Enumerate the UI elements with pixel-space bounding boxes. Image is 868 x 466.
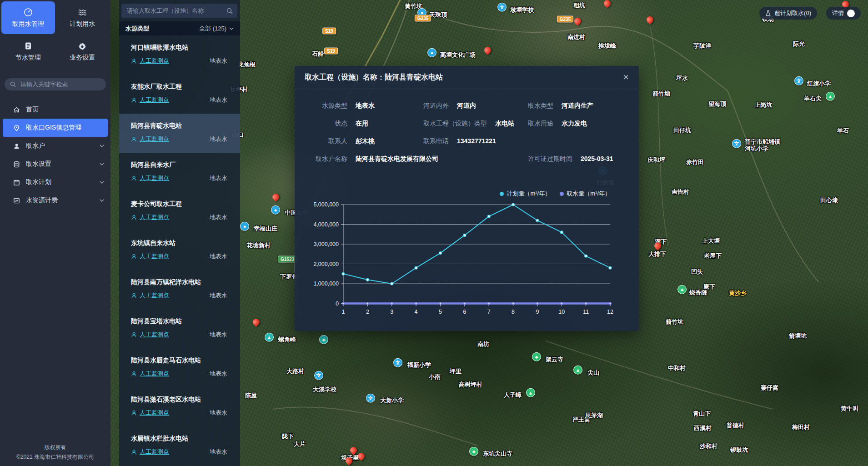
app-tile[interactable]: 业务设置: [56, 35, 110, 68]
field-row: 水源类型 地表水 河道内外 河道内 取水类型 河道内生产: [313, 102, 621, 120]
monitor-link[interactable]: 人工监测点: [131, 331, 169, 339]
station-list-item[interactable]: 陆河县青碇水电站 人工监测点 地表水: [119, 114, 240, 153]
map-pin-red[interactable]: [358, 453, 365, 460]
gauge-icon: [24, 8, 33, 17]
map-pin-red[interactable]: [346, 457, 353, 465]
filter-dropdown[interactable]: 全部 (125): [199, 25, 234, 33]
map-label: 花塘新村: [247, 242, 271, 249]
app-tile[interactable]: 计划用水: [56, 1, 110, 34]
sidebar-menu-item[interactable]: 取水口GIS信息管理: [3, 119, 108, 137]
map-pin-red[interactable]: [604, 0, 611, 7]
person-icon: [131, 254, 137, 260]
field-value: 彭木桃: [356, 137, 375, 145]
station-list-item[interactable]: 东坑镇自来水站 人工监测点 地表水: [119, 231, 240, 270]
map-pin-mtn[interactable]: ▲: [526, 388, 535, 400]
map-pin-school[interactable]: 文: [497, 3, 507, 15]
map-pin-school[interactable]: 文: [732, 139, 741, 151]
field: 状态 在用: [313, 120, 368, 128]
map-pin-school[interactable]: 文: [314, 371, 323, 383]
map-pin-tree[interactable]: ♣: [677, 285, 687, 297]
station-list-item[interactable]: 水唇镇水栏肚水电站 人工监测点 地表水: [119, 426, 240, 466]
app-tile[interactable]: 节水管理: [1, 35, 55, 68]
app-label: 计划用水: [70, 20, 95, 28]
map-pin-red[interactable]: [272, 194, 280, 201]
sidebar-menu-item[interactable]: 首页: [0, 100, 110, 119]
svg-text:5,000,000: 5,000,000: [313, 201, 339, 208]
field-label: 河道内外: [423, 102, 449, 110]
map-pin-poi[interactable]: ●: [271, 205, 280, 217]
map-label: 望海顶: [708, 101, 726, 108]
flask-icon: [765, 10, 771, 16]
map-label: 芋陂洋: [693, 43, 711, 50]
field-label: 许可证过期时间: [528, 155, 572, 163]
monitor-link[interactable]: 人工监测点: [131, 213, 169, 221]
sidebar-menu-item[interactable]: 取水计划: [0, 173, 110, 191]
station-list-item[interactable]: 麦卡公司取水工程 人工监测点 地表水: [119, 192, 240, 231]
monitor-link[interactable]: 人工监测点: [131, 135, 169, 143]
legend-dot: [500, 192, 504, 196]
station-search-input[interactable]: [126, 7, 223, 15]
legend-item: 计划量（m³/年）: [500, 190, 551, 198]
map-pin-tree[interactable]: ♣: [469, 447, 478, 459]
sidebar-menu-item[interactable]: 取水设置: [0, 155, 110, 173]
monitor-link[interactable]: 人工监测点: [131, 370, 169, 378]
map-pin-red[interactable]: [253, 319, 260, 326]
map-pin-school[interactable]: 文: [393, 358, 402, 370]
waves-icon: [78, 8, 87, 17]
station-name: 陆河县宝塔水电站: [131, 317, 227, 326]
map-pin-teal[interactable]: ▲: [265, 333, 274, 345]
monitor-link[interactable]: 人工监测点: [131, 409, 169, 417]
map-label: 墩塘学校: [510, 7, 534, 14]
map-pin-red[interactable]: [647, 16, 654, 24]
road-badge: G1523: [278, 256, 297, 263]
sidebar-search[interactable]: [5, 78, 106, 90]
monitor-link[interactable]: 人工监测点: [131, 252, 169, 261]
station-list-item[interactable]: 陆河县激石溪老区水电站 人工监测点 地表水: [119, 387, 240, 426]
field: 河道内外 河道内: [423, 102, 476, 110]
station-list-item[interactable]: 陆河县南万镇杞洋水电站 人工监测点 地表水: [119, 270, 240, 309]
monitor-link[interactable]: 人工监测点: [131, 57, 169, 65]
station-list-item[interactable]: 陆河县自来水厂 人工监测点 地表水: [119, 153, 240, 192]
monitor-link[interactable]: 人工监测点: [131, 448, 169, 456]
map-pin-red[interactable]: [350, 447, 357, 454]
sidebar-menu-item[interactable]: 取水户: [0, 137, 110, 155]
sidebar-search-input[interactable]: [20, 80, 100, 88]
filter-label: 水源类型: [125, 25, 149, 33]
map-pin-poi[interactable]: ●: [427, 48, 437, 60]
map-pin-tree[interactable]: ♣: [532, 352, 541, 364]
map-label: 中和村: [668, 365, 686, 372]
app-tile[interactable]: 取用水管理: [1, 1, 55, 34]
map-pin-school[interactable]: 文: [794, 76, 803, 88]
map-pin-poi[interactable]: ●: [240, 222, 249, 234]
map-label: 高树坪村: [459, 381, 482, 388]
station-search[interactable]: [121, 4, 237, 18]
station-list-item[interactable]: 陆河县水唇走马石水电站 人工监测点 地表水: [119, 348, 240, 387]
map-pin-red[interactable]: [484, 47, 492, 54]
legend-dot: [560, 192, 564, 196]
monitor-link[interactable]: 人工监测点: [131, 96, 169, 104]
map-pin-mtn[interactable]: ▲: [573, 366, 582, 377]
detail-toggle[interactable]: 详情: [826, 7, 861, 20]
monitor-link[interactable]: 人工监测点: [131, 174, 169, 182]
station-list-item[interactable]: 友能水厂取水工程 人工监测点 地表水: [119, 75, 240, 114]
map-pin-red[interactable]: [574, 18, 582, 25]
legend-label: 计划量（m³/年）: [507, 190, 551, 198]
station-meta: 人工监测点 地表水: [131, 409, 227, 417]
sidebar-menu-item[interactable]: 水资源计费: [0, 191, 110, 210]
toggle-knob[interactable]: [847, 10, 855, 17]
menu-label: 水资源计费: [26, 196, 100, 205]
map-pin-red[interactable]: [654, 242, 662, 250]
map-label: 上大塘: [702, 238, 720, 245]
map-label: 南进村: [567, 34, 585, 41]
over-plan-button[interactable]: 超计划取水(0): [759, 7, 817, 20]
map-pin-school[interactable]: 文: [366, 394, 375, 406]
map-pin-mtn[interactable]: ▲: [826, 92, 835, 104]
monitor-link[interactable]: 人工监测点: [131, 291, 169, 300]
app-label: 节水管理: [15, 54, 41, 62]
station-list-item[interactable]: 河口镇唱歌潭水电站 人工监测点 地表水: [119, 35, 240, 75]
road-badge: G235: [415, 15, 431, 22]
station-list-item[interactable]: 陆河县宝塔水电站 人工监测点 地表水: [119, 309, 240, 348]
field-row: 联系人 彭木桃 联系电话 13432771221: [313, 137, 621, 155]
close-icon[interactable]: ×: [623, 72, 629, 82]
map-pin-teal[interactable]: ♣: [319, 335, 328, 347]
